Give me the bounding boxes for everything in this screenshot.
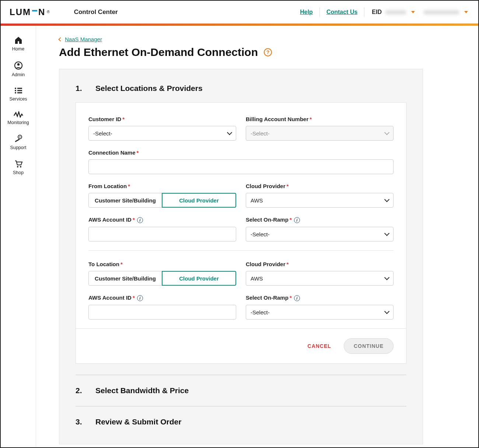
info-icon[interactable]: i	[137, 295, 143, 301]
svg-rect-10	[15, 139, 20, 142]
top-bar: LUMN® Control Center Help Contact Us EID…	[1, 1, 478, 24]
gear-wrench-icon	[14, 135, 23, 143]
billing-account-select[interactable]: -Select-	[246, 126, 394, 141]
on-ramp-to-label: Select On-Ramp*i	[246, 294, 394, 301]
help-link[interactable]: Help	[293, 9, 319, 15]
chevron-down-icon	[464, 11, 468, 13]
connection-name-input-wrap	[88, 159, 394, 174]
info-icon[interactable]: i	[294, 295, 300, 301]
eid-dropdown[interactable]: EID xxxxxxx	[364, 9, 415, 15]
select-value: -Select-	[93, 130, 112, 137]
account-dropdown[interactable]: xxxxxxxxxxxx	[415, 9, 468, 15]
sidebar-item-label: Support	[10, 145, 27, 150]
chevron-down-icon	[384, 231, 389, 236]
info-icon[interactable]: i	[137, 217, 143, 223]
billing-account-label: Billing Account Number*	[246, 116, 394, 122]
step-3-header[interactable]: 3. Review & Submit Order	[76, 406, 406, 426]
on-ramp-to-select[interactable]: -Select-	[246, 305, 394, 320]
step-number: 3.	[76, 417, 84, 426]
svg-point-2	[15, 88, 16, 89]
chevron-down-icon	[384, 197, 389, 202]
svg-point-12	[20, 166, 21, 167]
sidebar-item-home[interactable]: Home	[1, 31, 36, 56]
svg-point-11	[17, 166, 18, 167]
cloud-provider-to-select[interactable]: AWS	[246, 271, 394, 286]
app-title: Control Center	[74, 8, 118, 16]
to-location-cloud-button[interactable]: Cloud Provider	[162, 271, 236, 286]
page-help-icon[interactable]: ?	[264, 48, 272, 56]
eid-label: EID	[372, 9, 382, 15]
select-value: -Select-	[251, 130, 270, 137]
sidebar-item-services[interactable]: Services	[1, 82, 36, 106]
sidebar-item-label: Services	[10, 96, 27, 102]
from-location-toggle: Customer Site/Building Cloud Provider	[88, 193, 236, 208]
svg-rect-7	[17, 92, 22, 94]
user-icon	[14, 61, 23, 70]
svg-rect-5	[17, 90, 22, 91]
connection-name-label: Connection Name*	[88, 149, 394, 156]
breadcrumb-back[interactable]: NaaS Manager	[59, 36, 423, 42]
sidebar-item-label: Admin	[12, 72, 25, 77]
main-content: NaaS Manager Add Ethernet On-Demand Conn…	[36, 26, 478, 447]
step-1-card: Customer ID* -Select- Billing Account Nu…	[76, 102, 406, 364]
svg-point-1	[17, 63, 19, 66]
on-ramp-from-select[interactable]: -Select-	[246, 227, 394, 241]
from-location-cloud-button[interactable]: Cloud Provider	[162, 193, 236, 208]
list-icon	[14, 87, 23, 94]
svg-point-6	[15, 92, 16, 94]
chevron-down-icon	[384, 309, 389, 314]
account-value: xxxxxxxxxxxx	[424, 9, 459, 15]
cancel-button[interactable]: CANCEL	[308, 343, 331, 349]
section-divider	[88, 250, 394, 251]
select-value: AWS	[251, 275, 263, 282]
breadcrumb-label: NaaS Manager	[65, 36, 102, 42]
step-number: 1.	[76, 84, 84, 93]
wizard-panel: 1. Select Locations & Providers Customer…	[59, 69, 423, 444]
customer-id-select[interactable]: -Select-	[88, 126, 236, 141]
page-title: Add Ethernet On-Demand Connection	[59, 46, 258, 59]
chevron-down-icon	[384, 130, 389, 135]
svg-point-4	[15, 90, 16, 91]
svg-rect-3	[17, 88, 22, 89]
info-icon[interactable]: i	[294, 217, 300, 223]
sidebar-item-label: Home	[12, 46, 24, 52]
logo-text: N	[38, 7, 45, 17]
step-title: Select Locations & Providers	[95, 84, 203, 93]
aws-account-to-input-wrap	[88, 305, 236, 320]
logo-text: LUM	[10, 7, 31, 17]
select-value: -Select-	[251, 309, 270, 315]
sidebar-item-shop[interactable]: Shop	[1, 155, 36, 180]
aws-account-to-input[interactable]	[93, 305, 231, 319]
contact-us-link[interactable]: Contact Us	[320, 9, 364, 15]
cart-icon	[14, 160, 23, 168]
chevron-down-icon	[411, 11, 415, 13]
chevron-down-icon	[227, 130, 232, 135]
pulse-icon	[14, 111, 23, 118]
chevron-left-icon	[58, 37, 62, 41]
step-2-header[interactable]: 2. Select Bandwidth & Price	[76, 375, 406, 395]
sidebar-item-admin[interactable]: Admin	[1, 56, 36, 82]
select-value: AWS	[251, 197, 263, 204]
sidebar-item-support[interactable]: Support	[1, 130, 36, 155]
step-number: 2.	[76, 386, 84, 395]
connection-name-input[interactable]	[93, 160, 389, 174]
cloud-provider-from-label: Cloud Provider*	[246, 183, 394, 189]
logo: LUMN®	[10, 7, 50, 17]
from-location-label: From Location*	[88, 183, 236, 189]
sidebar-item-monitoring[interactable]: Monitoring	[1, 106, 36, 130]
eid-value: xxxxxxx	[385, 9, 406, 15]
step-title: Select Bandwidth & Price	[95, 386, 189, 395]
cloud-provider-from-select[interactable]: AWS	[246, 193, 394, 208]
on-ramp-from-label: Select On-Ramp*i	[246, 216, 394, 223]
card-footer: CANCEL CONTINUE	[76, 328, 406, 363]
step-1-header: 1. Select Locations & Providers	[76, 84, 406, 93]
to-location-label: To Location*	[88, 261, 236, 267]
sidebar-item-label: Monitoring	[7, 120, 29, 125]
aws-account-from-input-wrap	[88, 227, 236, 241]
from-location-site-button[interactable]: Customer Site/Building	[88, 193, 162, 208]
aws-account-from-label: AWS Account ID*i	[88, 216, 236, 223]
aws-account-from-input[interactable]	[93, 227, 231, 241]
continue-button[interactable]: CONTINUE	[344, 338, 394, 354]
to-location-site-button[interactable]: Customer Site/Building	[88, 271, 162, 286]
logo-bar-icon	[32, 10, 37, 11]
